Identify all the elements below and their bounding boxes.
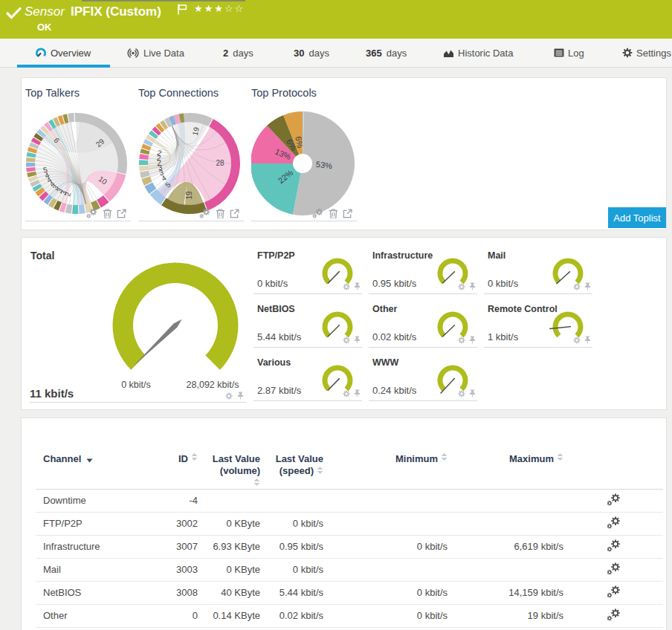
settings-gears-icon[interactable] <box>312 208 323 218</box>
pin-icon[interactable] <box>469 389 476 397</box>
total-gauge <box>110 260 241 391</box>
column-label: Last Value <box>276 453 323 464</box>
cell-lastspeed: 0 kbit/s <box>260 512 323 535</box>
gear-icon[interactable] <box>343 337 350 344</box>
column-header-max[interactable]: Maximum <box>448 446 563 489</box>
channel-value: 0 kbit/s <box>257 278 288 289</box>
pie-chart[interactable]: 53%22%13%6%6% <box>251 110 357 218</box>
add-toplist-button[interactable]: Add Toplist <box>608 207 666 228</box>
channel-table: ChannelIDLast Value(volume)Last Value(sp… <box>36 446 663 628</box>
cell-min: 0 kbit/s <box>323 604 448 627</box>
tab-label: Historic Data <box>458 48 513 59</box>
gear-icon[interactable] <box>458 337 465 344</box>
column-label: Minimum <box>395 453 438 464</box>
trash-icon[interactable] <box>329 209 337 218</box>
sort-icon <box>557 453 563 461</box>
sort-active-icon <box>86 458 93 463</box>
cell-max: 19 kbit/s <box>448 604 563 627</box>
table-row-other: Other00.14 KByte0.02 kbit/s0 kbit/s19 kb… <box>36 604 663 627</box>
gauge-tile-infrastructure: Infrastructure0.95 kbit/s <box>369 245 477 294</box>
cell-actions <box>563 512 663 535</box>
pin-icon[interactable] <box>354 336 361 344</box>
channel-value: 1 kbit/s <box>488 331 518 342</box>
priority-stars[interactable]: ★★★☆☆ <box>194 3 245 14</box>
tab-30-days[interactable]: 30days <box>294 39 329 67</box>
sort-icon <box>441 453 448 461</box>
column-label-2: (speed) <box>280 465 314 476</box>
tab-settings[interactable]: Settings <box>622 39 671 67</box>
channel-settings-gears-icon[interactable] <box>607 539 621 552</box>
channel-settings-gears-icon[interactable] <box>607 562 621 575</box>
tab-live-data[interactable]: Live Data <box>126 39 184 67</box>
gear-icon[interactable] <box>573 283 581 290</box>
channel-settings-gears-icon[interactable] <box>607 493 621 506</box>
tab-overview[interactable]: Overview <box>35 39 91 67</box>
column-header-channel[interactable]: Channel <box>36 446 146 489</box>
channel-settings-gears-icon[interactable] <box>607 608 621 621</box>
gauge-tile-other: Other0.02 kbit/s <box>369 299 477 348</box>
channel-settings-gears-icon[interactable] <box>607 585 621 598</box>
sort-icon <box>317 467 323 475</box>
settings-gears-icon[interactable] <box>86 208 97 218</box>
gauge-tile-www: WWW0.24 kbit/s <box>369 352 477 401</box>
channel-name: WWW <box>372 357 398 368</box>
table-row-downtime: Downtime-4 <box>36 489 663 512</box>
sensor-kind-label: Sensor <box>25 4 65 19</box>
external-link-icon[interactable] <box>117 209 126 218</box>
tab-label: days <box>387 48 407 59</box>
log-icon <box>554 48 564 57</box>
toplist-title: Top Talkers <box>25 87 131 99</box>
tab-2-days[interactable]: 2days <box>223 39 253 67</box>
tab-365-days[interactable]: 365days <box>366 39 407 67</box>
cell-lastvol: 0 KByte <box>198 558 260 581</box>
tab-number: 2 <box>223 48 228 59</box>
gauge-actions <box>343 282 361 290</box>
tab-historic-data[interactable]: Historic Data <box>443 39 513 67</box>
pin-icon[interactable] <box>237 392 244 400</box>
flag-icon[interactable] <box>177 4 189 15</box>
pin-icon[interactable] <box>354 389 361 397</box>
pin-icon[interactable] <box>469 336 476 344</box>
cell-lastvol: 6.93 KByte <box>198 535 260 558</box>
trash-icon[interactable] <box>216 209 224 218</box>
cell-lastspeed <box>260 489 323 512</box>
external-link-icon[interactable] <box>230 209 239 218</box>
cell-id: -4 <box>146 489 198 512</box>
cell-actions <box>563 604 663 627</box>
column-label: Channel <box>43 453 81 464</box>
gear-icon[interactable] <box>343 390 350 397</box>
gear-icon[interactable] <box>225 392 233 400</box>
pin-icon[interactable] <box>584 336 591 344</box>
gauge-actions <box>343 389 361 397</box>
cell-channel: NetBIOS <box>36 581 146 604</box>
pin-icon[interactable] <box>469 282 476 290</box>
column-header-actions <box>563 446 663 489</box>
total-gauge-actions <box>225 392 244 400</box>
pin-icon[interactable] <box>354 282 361 290</box>
pin-icon[interactable] <box>584 282 591 290</box>
column-header-id[interactable]: ID <box>146 446 198 489</box>
external-link-icon[interactable] <box>343 209 352 218</box>
gear-icon[interactable] <box>573 337 581 344</box>
table-row-infrastructure: Infrastructure30076.93 KByte0.95 kbit/s0… <box>36 535 663 558</box>
trash-icon[interactable] <box>103 209 112 218</box>
cell-channel: Other <box>36 604 146 627</box>
tab-log[interactable]: Log <box>554 39 584 67</box>
column-header-lastspeed[interactable]: Last Value(speed) <box>260 446 323 489</box>
cell-min <box>323 489 448 512</box>
chord-chart[interactable]: 1928195433222 <box>138 110 244 218</box>
gear-icon[interactable] <box>343 283 350 290</box>
settings-gears-icon[interactable] <box>199 208 210 218</box>
gear-icon[interactable] <box>458 283 465 290</box>
gear-icon[interactable] <box>458 390 465 397</box>
column-header-min[interactable]: Minimum <box>323 446 448 489</box>
cell-max <box>448 558 563 581</box>
cell-id: 3008 <box>146 581 198 604</box>
channel-settings-gears-icon[interactable] <box>607 516 621 529</box>
column-header-lastvol[interactable]: Last Value(volume) <box>198 446 260 489</box>
cell-max <box>448 489 563 512</box>
channel-name: FTP/P2P <box>257 250 295 261</box>
live-icon <box>126 48 140 58</box>
tab-label: days <box>233 48 253 59</box>
chord-chart[interactable]: 2910654443332 <box>25 110 131 218</box>
